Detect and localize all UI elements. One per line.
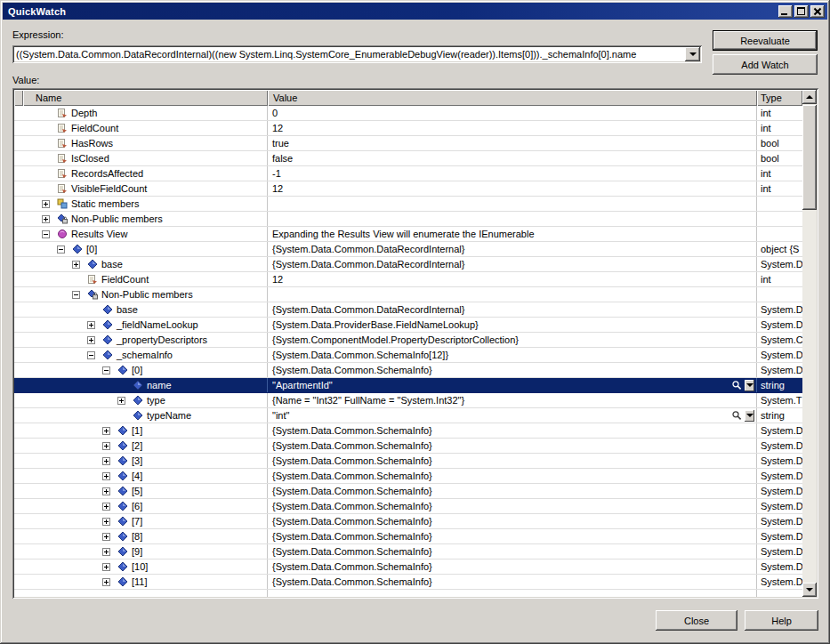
value-cell[interactable]: -1 bbox=[268, 166, 757, 181]
collapse-toggle[interactable] bbox=[102, 366, 110, 374]
tree-row[interactable]: FieldCount12int bbox=[14, 272, 802, 287]
tree-row[interactable]: IsClosedfalsebool bbox=[14, 151, 802, 166]
value-cell[interactable]: {System.Data.Common.SchemaInfo} bbox=[268, 423, 757, 438]
expand-toggle[interactable] bbox=[102, 503, 110, 511]
expand-toggle[interactable] bbox=[102, 427, 110, 435]
value-cell[interactable]: {System.Data.Common.SchemaInfo} bbox=[268, 469, 757, 483]
expand-toggle[interactable] bbox=[102, 563, 110, 571]
value-cell[interactable]: {System.Data.ProviderBase.FieldNameLooku… bbox=[268, 318, 757, 332]
tree-row[interactable]: [10]{System.Data.Common.SchemaInfo}Syste… bbox=[14, 559, 802, 575]
value-cell[interactable]: {System.Data.Common.DataRecordInternal} bbox=[268, 242, 757, 256]
scroll-up-button[interactable] bbox=[802, 90, 817, 104]
expand-toggle[interactable] bbox=[72, 261, 80, 269]
maximize-button[interactable] bbox=[794, 5, 809, 18]
tree-row[interactable]: _schemaInfo{System.Data.Common.SchemaInf… bbox=[14, 348, 802, 363]
tree-row[interactable]: Results ViewExpanding the Results View w… bbox=[14, 227, 802, 242]
value-cell[interactable]: 12 bbox=[268, 181, 757, 196]
magnifier-dropdown-button[interactable] bbox=[745, 410, 754, 422]
value-cell[interactable]: 0 bbox=[268, 106, 757, 120]
header-gutter[interactable] bbox=[14, 90, 23, 106]
scrollbar-thumb[interactable] bbox=[802, 105, 817, 210]
magnifier-dropdown-button[interactable] bbox=[745, 380, 754, 391]
tree-row[interactable]: base{System.Data.Common.DataRecordIntern… bbox=[14, 302, 802, 318]
tree-row[interactable]: Non-Public members bbox=[14, 287, 802, 302]
expand-toggle[interactable] bbox=[42, 200, 50, 208]
tree-row[interactable]: [5]{System.Data.Common.SchemaInfo}System… bbox=[14, 484, 802, 499]
value-cell[interactable] bbox=[268, 197, 757, 211]
tree-row[interactable]: Static members bbox=[14, 197, 802, 212]
tree-row[interactable]: [9]{System.Data.Common.SchemaInfo}System… bbox=[14, 544, 802, 559]
collapse-toggle[interactable] bbox=[57, 246, 65, 254]
close-dialog-button[interactable]: Close bbox=[656, 610, 737, 631]
value-cell[interactable]: Expanding the Results View will enumerat… bbox=[268, 227, 757, 241]
add-watch-button[interactable]: Add Watch bbox=[713, 54, 818, 75]
expand-toggle[interactable] bbox=[102, 533, 110, 541]
value-cell[interactable]: {System.Data.Common.SchemaInfo} bbox=[268, 559, 757, 574]
value-cell[interactable]: {System.Data.Common.SchemaInfo} bbox=[268, 529, 757, 543]
column-header-type[interactable]: Type bbox=[757, 90, 802, 106]
expand-toggle[interactable] bbox=[102, 487, 110, 495]
tree-row[interactable]: FieldCount12int bbox=[14, 121, 802, 136]
value-cell[interactable]: {System.Data.Common.SchemaInfo[12]} bbox=[268, 348, 757, 362]
collapse-toggle[interactable] bbox=[42, 230, 50, 238]
tree-row[interactable]: _fieldNameLookup{System.Data.ProviderBas… bbox=[14, 318, 802, 333]
expand-toggle[interactable] bbox=[102, 578, 110, 586]
value-cell[interactable]: {System.Data.Common.DataRecordInternal} bbox=[268, 257, 757, 271]
value-cell[interactable]: {System.Data.Common.SchemaInfo} bbox=[268, 575, 757, 589]
collapse-toggle[interactable] bbox=[72, 291, 80, 299]
value-cell[interactable]: "ApartmentId" bbox=[268, 378, 757, 392]
value-cell[interactable]: 12 bbox=[268, 272, 757, 286]
value-cell[interactable]: {System.Data.Common.SchemaInfo} bbox=[268, 454, 757, 468]
value-cell[interactable]: false bbox=[268, 151, 757, 165]
close-button[interactable] bbox=[810, 5, 825, 18]
tree-row[interactable]: RecordsAffected-1int bbox=[14, 166, 802, 181]
minimize-button[interactable] bbox=[778, 5, 793, 18]
expand-toggle[interactable] bbox=[102, 442, 110, 450]
tree-row[interactable]: type{Name = "Int32" FullName = "System.I… bbox=[14, 393, 802, 408]
tree-row[interactable]: [7]{System.Data.Common.SchemaInfo}System… bbox=[14, 514, 802, 529]
value-cell[interactable]: {System.Data.Common.SchemaInfo} bbox=[268, 514, 757, 528]
value-cell[interactable]: true bbox=[268, 136, 757, 150]
value-cell[interactable] bbox=[268, 287, 757, 302]
reevaluate-button[interactable]: Reevaluate bbox=[713, 30, 818, 51]
value-cell[interactable]: {System.Data.Common.SchemaInfo} bbox=[268, 499, 757, 513]
tree-row[interactable]: [11]{System.Data.Common.SchemaInfo}Syste… bbox=[14, 575, 802, 590]
scroll-down-button[interactable] bbox=[802, 583, 817, 597]
expand-toggle[interactable] bbox=[87, 336, 95, 344]
vertical-scrollbar[interactable] bbox=[802, 90, 817, 597]
expand-toggle[interactable] bbox=[102, 548, 110, 556]
collapse-toggle[interactable] bbox=[87, 351, 95, 359]
magnifier-icon[interactable] bbox=[731, 408, 754, 423]
tree-row[interactable]: [8]{System.Data.Common.SchemaInfo}System… bbox=[14, 529, 802, 544]
tree-row[interactable]: base{System.Data.Common.DataRecordIntern… bbox=[14, 257, 802, 272]
tree-row[interactable]: HasRowstruebool bbox=[14, 136, 802, 151]
tree-row[interactable]: [2]{System.Data.Common.SchemaInfo}System… bbox=[14, 439, 802, 454]
value-cell[interactable]: {System.Data.Common.SchemaInfo} bbox=[268, 544, 757, 559]
value-cell[interactable]: {System.ComponentModel.PropertyDescripto… bbox=[268, 333, 757, 347]
expand-toggle[interactable] bbox=[102, 518, 110, 526]
tree-row[interactable]: [0]{System.Data.Common.DataRecordInterna… bbox=[14, 242, 802, 257]
column-header-value[interactable]: Value bbox=[268, 90, 757, 106]
tree-row[interactable]: _propertyDescriptors{System.ComponentMod… bbox=[14, 333, 802, 348]
tree-row[interactable]: [0]{System.Data.Common.SchemaInfo}System… bbox=[14, 363, 802, 378]
tree-row[interactable]: Depth0int bbox=[14, 106, 802, 121]
expand-toggle[interactable] bbox=[42, 215, 50, 223]
tree-row[interactable]: VisibleFieldCount12int bbox=[14, 181, 802, 197]
tree-row[interactable]: [6]{System.Data.Common.SchemaInfo}System… bbox=[14, 499, 802, 514]
help-button[interactable]: Help bbox=[745, 610, 818, 631]
value-cell[interactable]: "int" bbox=[268, 408, 757, 423]
value-cell[interactable]: {System.Data.Common.SchemaInfo} bbox=[268, 439, 757, 453]
value-cell[interactable]: {System.Data.Common.SchemaInfo} bbox=[268, 363, 757, 377]
tree-row[interactable]: name"ApartmentId"string bbox=[14, 378, 802, 393]
tree-row[interactable]: [1]{System.Data.Common.SchemaInfo}System… bbox=[14, 423, 802, 439]
expression-text[interactable]: ((System.Data.Common.DataRecordInternal)… bbox=[16, 49, 682, 60]
tree-row[interactable]: [4]{System.Data.Common.SchemaInfo}System… bbox=[14, 469, 802, 484]
magnifier-icon[interactable] bbox=[731, 378, 754, 392]
column-header-name[interactable]: Name bbox=[23, 90, 268, 106]
value-cell[interactable]: 12 bbox=[268, 121, 757, 135]
tree-row[interactable]: typeName"int"string bbox=[14, 408, 802, 423]
expression-combobox[interactable]: ((System.Data.Common.DataRecordInternal)… bbox=[12, 45, 702, 63]
tree-row[interactable]: [3]{System.Data.Common.SchemaInfo}System… bbox=[14, 454, 802, 469]
expand-toggle[interactable] bbox=[87, 321, 95, 329]
expand-toggle[interactable] bbox=[117, 397, 125, 405]
